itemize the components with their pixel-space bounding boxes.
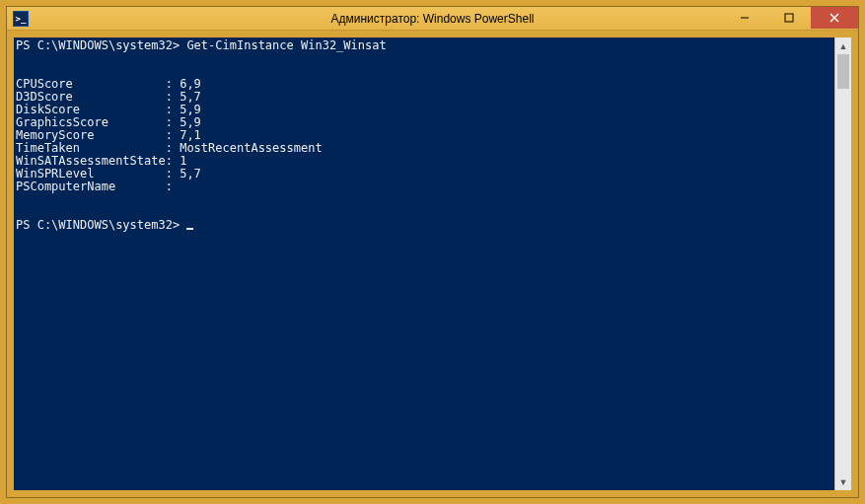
vertical-scrollbar[interactable]: ▲ ▼: [834, 37, 851, 490]
powershell-window: >_ Администратор: Windows PowerShell PS …: [6, 6, 859, 498]
scrollbar-thumb[interactable]: [837, 54, 849, 89]
maximize-button[interactable]: [766, 7, 811, 29]
close-icon: [829, 13, 839, 23]
svg-rect-1: [785, 14, 793, 22]
console-container: PS C:\WINDOWS\system32> Get-CimInstance …: [14, 37, 851, 490]
scroll-down-button[interactable]: ▼: [835, 473, 851, 490]
maximize-icon: [784, 13, 794, 23]
close-button[interactable]: [811, 7, 858, 29]
console-output[interactable]: PS C:\WINDOWS\system32> Get-CimInstance …: [14, 37, 834, 490]
minimize-button[interactable]: [722, 7, 766, 29]
powershell-icon-glyph: >_: [16, 14, 27, 24]
scroll-up-button[interactable]: ▲: [835, 37, 851, 54]
chevron-up-icon: ▲: [839, 41, 848, 51]
client-area: PS C:\WINDOWS\system32> Get-CimInstance …: [7, 31, 858, 497]
window-title: Администратор: Windows PowerShell: [331, 12, 535, 26]
chevron-down-icon: ▼: [839, 477, 848, 487]
window-controls: [722, 7, 858, 30]
minimize-icon: [740, 13, 750, 23]
titlebar[interactable]: >_ Администратор: Windows PowerShell: [7, 7, 858, 31]
powershell-icon: >_: [13, 11, 29, 27]
scrollbar-track[interactable]: [835, 54, 851, 473]
cursor: [186, 228, 193, 230]
